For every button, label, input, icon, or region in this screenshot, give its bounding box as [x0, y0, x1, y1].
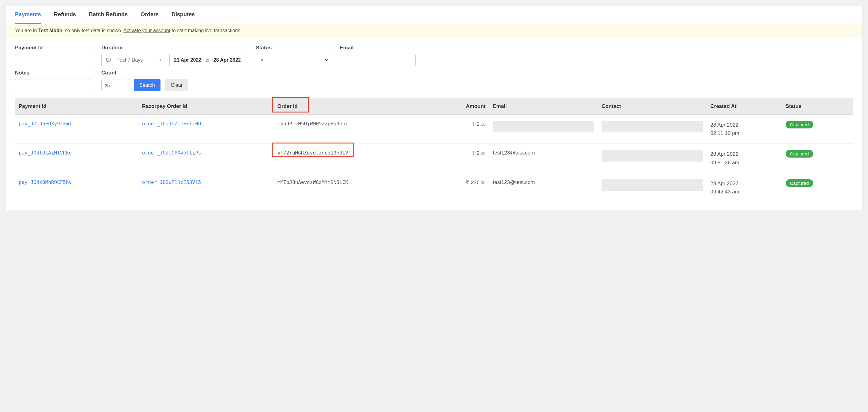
- tabs: Payments Refunds Batch Refunds Orders Di…: [6, 6, 862, 24]
- rzp-order-id-link[interactable]: order_JOSuP1DcE53V15: [142, 179, 201, 185]
- email-label: Email: [340, 45, 415, 51]
- status-cell: Captured: [782, 115, 853, 144]
- col-email: Email: [489, 98, 598, 115]
- order-id-cell: mMIpJ8uAevdzWGzMYtSNSLCK: [274, 173, 433, 202]
- col-order-id: Order Id: [274, 98, 433, 115]
- calendar-icon: [106, 57, 111, 63]
- test-mode-notice: You are in Test Mode, so only test data …: [6, 24, 862, 37]
- col-payment-id: Payment Id: [15, 98, 138, 115]
- duration-label: Duration: [101, 45, 245, 51]
- tab-orders[interactable]: Orders: [141, 6, 159, 24]
- status-label: Status: [256, 45, 329, 51]
- notes-label: Notes: [15, 70, 91, 76]
- email-cell: test123@test.com: [489, 144, 598, 173]
- duration-from: 21 Apr 2022: [174, 57, 201, 63]
- amount-cell: ₹ 2.00: [433, 144, 489, 173]
- status-cell: Captured: [782, 144, 853, 173]
- status-badge: Captured: [785, 121, 813, 128]
- tab-payments[interactable]: Payments: [15, 6, 41, 24]
- status-badge: Captured: [785, 150, 813, 157]
- status-select[interactable]: All: [256, 54, 329, 66]
- tab-refunds[interactable]: Refunds: [54, 6, 76, 24]
- col-amount: Amount: [433, 98, 489, 115]
- payment-id-link[interactable]: pay_JOdtO1AiHIVRko: [19, 150, 72, 156]
- status-badge: Captured: [785, 179, 813, 187]
- count-label: Count: [101, 70, 129, 76]
- table-row: pay_JOdk0MhRQCF5hvorder_JOSuP1DcE53V15mM…: [15, 173, 853, 202]
- amount-cell: ₹ 236.00: [433, 173, 489, 202]
- search-button[interactable]: Search: [134, 79, 160, 91]
- payment-id-link[interactable]: pay_JOdk0MhRQCF5hv: [19, 179, 72, 185]
- notice-prefix: You are in: [15, 28, 38, 33]
- rzp-order-id-link[interactable]: order_JOdtCPXvoTIiPs: [142, 150, 201, 156]
- duration-to: 28 Apr 2022: [214, 57, 241, 63]
- col-status: Status: [782, 98, 853, 115]
- order-id-cell: vT72ruMGRZoydlzocd19oJIV: [274, 144, 433, 173]
- payment-id-label: Payment Id: [15, 45, 91, 51]
- duration-preset-select[interactable]: Past 7 Days ▾: [101, 54, 166, 66]
- duration-to-label: to: [206, 58, 209, 62]
- email-cell: test123@test.com: [489, 173, 598, 202]
- amount-cell: ₹ 1.18: [433, 115, 489, 144]
- col-rzp-order-id: Razorpay Order Id: [138, 98, 274, 115]
- notice-mid: , so only test data is shown.: [62, 28, 123, 33]
- table-row: pay_JOdtO1AiHIVRkoorder_JOdtCPXvoTIiPsvT…: [15, 144, 853, 173]
- chevron-down-icon: ▾: [160, 58, 161, 62]
- redacted-block: [601, 121, 703, 133]
- email-input[interactable]: [340, 54, 415, 66]
- col-created-at: Created At: [707, 98, 782, 115]
- created-at-cell: 28 Apr 2022,02:11:10 pm: [707, 115, 782, 144]
- contact-cell: [598, 115, 707, 144]
- payment-id-link[interactable]: pay_JOiJaEOXy9zXmT: [19, 121, 72, 127]
- clear-button[interactable]: Clear: [165, 79, 188, 91]
- created-at-cell: 28 Apr 2022,09:42:43 am: [707, 173, 782, 202]
- table-row: pay_JOiJaEOXy9zXmTorder_JOiJGZTGEmr10OTk…: [15, 115, 853, 144]
- tab-disputes[interactable]: Disputes: [172, 6, 195, 24]
- notice-suffix: to start making live transactions.: [170, 28, 242, 33]
- col-contact: Contact: [598, 98, 707, 115]
- notes-input[interactable]: [15, 79, 91, 91]
- duration-preset-value: Past 7 Days: [116, 57, 154, 63]
- order-id-cell: TkadP-vH5UjWMH5ZzpBn9bpi: [274, 115, 433, 144]
- status-cell: Captured: [782, 173, 853, 202]
- notice-mode: Test Mode: [38, 28, 62, 33]
- contact-cell: [598, 173, 707, 202]
- payments-table: Payment Id Razorpay Order Id Order Id Am…: [15, 98, 853, 202]
- redacted-block: [493, 121, 594, 133]
- duration-range[interactable]: 21 Apr 2022 to 28 Apr 2022: [169, 54, 245, 66]
- tab-batch-refunds[interactable]: Batch Refunds: [89, 6, 128, 24]
- contact-cell: [598, 144, 707, 173]
- svg-rect-0: [106, 58, 110, 61]
- redacted-block: [601, 150, 703, 161]
- rzp-order-id-link[interactable]: order_JOiJGZTGEmr10O: [142, 121, 201, 127]
- count-input[interactable]: [101, 79, 129, 91]
- redacted-block: [601, 179, 703, 191]
- email-cell: [489, 115, 598, 144]
- activate-account-link[interactable]: Activate your account: [123, 28, 170, 33]
- payment-id-input[interactable]: [15, 54, 91, 66]
- created-at-cell: 28 Apr 2022,09:51:36 am: [707, 144, 782, 173]
